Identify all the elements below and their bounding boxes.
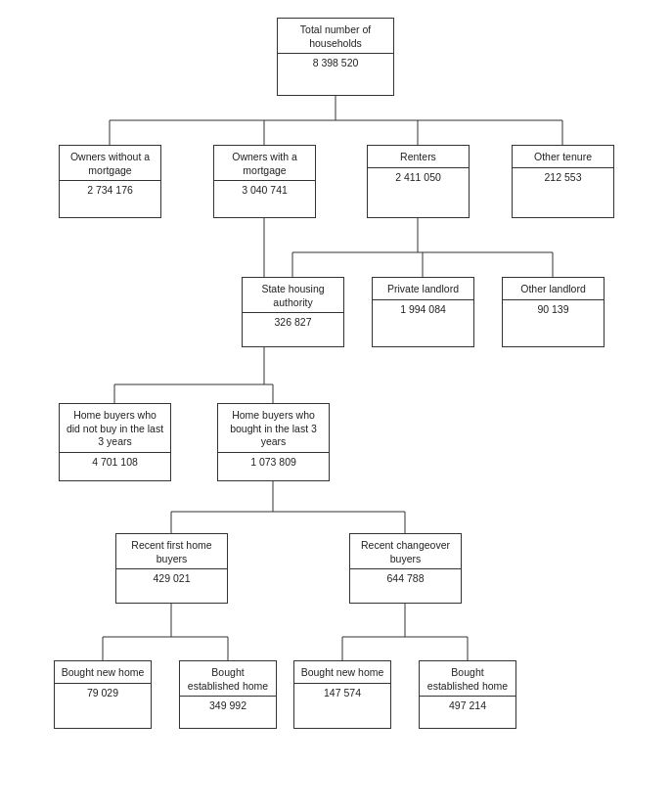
chart-container: Total number of households 8 398 520 Own… bbox=[0, 0, 672, 811]
node-owners-no-mortgage-label: Owners without a mortgage bbox=[60, 146, 160, 180]
node-other-tenure-value: 212 553 bbox=[513, 167, 613, 186]
node-private-landlord: Private landlord 1 994 084 bbox=[372, 277, 474, 347]
node-owners-mortgage-value: 3 040 741 bbox=[214, 180, 315, 199]
node-other-landlord-label: Other landlord bbox=[515, 278, 592, 299]
node-state-housing-value: 326 827 bbox=[243, 312, 343, 331]
node-bought-last3: Home buyers who bought in the last 3 yea… bbox=[217, 403, 330, 481]
node-state-housing-label: State housing authority bbox=[243, 278, 343, 312]
node-owners-no-mortgage: Owners without a mortgage 2 734 176 bbox=[59, 145, 161, 218]
node-state-housing: State housing authority 326 827 bbox=[242, 277, 344, 347]
node-private-landlord-value: 1 994 084 bbox=[373, 299, 473, 318]
node-private-landlord-label: Private landlord bbox=[381, 278, 465, 299]
node-owners-no-mortgage-value: 2 734 176 bbox=[60, 180, 160, 199]
node-bought-last3-label: Home buyers who bought in the last 3 yea… bbox=[218, 404, 329, 452]
node-first-new-value: 79 029 bbox=[55, 683, 151, 701]
node-total-value: 8 398 520 bbox=[278, 53, 393, 71]
node-first-new: Bought new home 79 029 bbox=[54, 660, 152, 729]
node-bought-last3-value: 1 073 809 bbox=[218, 452, 329, 471]
node-changeover-label: Recent changeover buyers bbox=[350, 534, 461, 568]
node-did-not-buy-label: Home buyers who did not buy in the last … bbox=[60, 404, 170, 452]
node-change-established-value: 497 214 bbox=[420, 696, 515, 714]
node-renters-label: Renters bbox=[394, 146, 442, 167]
node-first-established-value: 349 992 bbox=[180, 696, 276, 714]
node-owners-mortgage: Owners with a mortgage 3 040 741 bbox=[213, 145, 316, 218]
node-first-established: Bought established home 349 992 bbox=[179, 660, 277, 729]
node-owners-mortgage-label: Owners with a mortgage bbox=[214, 146, 315, 180]
node-other-landlord-value: 90 139 bbox=[503, 299, 604, 318]
node-change-established: Bought established home 497 214 bbox=[419, 660, 516, 729]
node-change-new-value: 147 574 bbox=[294, 683, 390, 701]
node-changeover: Recent changeover buyers 644 788 bbox=[349, 533, 462, 604]
node-total: Total number of households 8 398 520 bbox=[277, 18, 394, 96]
node-first-home-label: Recent first home buyers bbox=[116, 534, 227, 568]
node-total-label: Total number of households bbox=[278, 19, 393, 53]
node-other-tenure-label: Other tenure bbox=[528, 146, 598, 167]
node-first-home-value: 429 021 bbox=[116, 568, 227, 587]
node-first-home: Recent first home buyers 429 021 bbox=[115, 533, 228, 604]
node-renters-value: 2 411 050 bbox=[368, 167, 469, 186]
node-did-not-buy-value: 4 701 108 bbox=[60, 452, 170, 471]
node-other-tenure: Other tenure 212 553 bbox=[512, 145, 614, 218]
node-change-established-label: Bought established home bbox=[420, 661, 515, 696]
node-other-landlord: Other landlord 90 139 bbox=[502, 277, 605, 347]
node-changeover-value: 644 788 bbox=[350, 568, 461, 587]
node-change-new: Bought new home 147 574 bbox=[293, 660, 391, 729]
node-change-new-label: Bought new home bbox=[295, 661, 390, 683]
node-first-established-label: Bought established home bbox=[180, 661, 276, 696]
node-did-not-buy: Home buyers who did not buy in the last … bbox=[59, 403, 171, 481]
node-first-new-label: Bought new home bbox=[56, 661, 151, 683]
node-renters: Renters 2 411 050 bbox=[367, 145, 470, 218]
